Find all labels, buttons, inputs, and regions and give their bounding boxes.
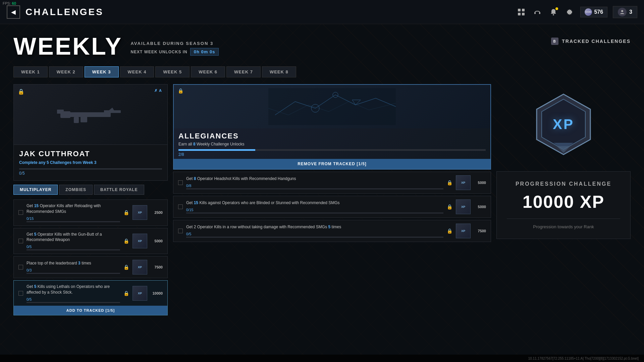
svg-point-6 (553, 14, 554, 15)
unlock-timer: NEXT WEEK UNLOCKS IN 0h 0m 0s (130, 48, 219, 56)
svg-rect-3 (522, 13, 525, 15)
xp-amount: 7500 (151, 265, 163, 269)
notification-dot (555, 7, 558, 10)
season-text: AVAILABLE DURING SEASON 3 (130, 41, 219, 46)
challenge-desc: Get 5 Kills using Lethals on Operators w… (26, 284, 120, 295)
xp-badge: XP (132, 286, 147, 301)
challenge-item: Get 2 Operator Kills in a row without ta… (173, 220, 491, 242)
allegiances-desc: Earn all 8 Weekly Challenge Unlocks (178, 142, 486, 146)
challenge-checkbox[interactable] (18, 265, 23, 269)
week-tabs: WEEK 1 WEEK 2 WEEK 3 WEEK 4 WEEK 5 WEEK … (13, 66, 631, 77)
challenge-text-area: Get 8 Operator Headshot Kills with Recom… (186, 176, 443, 189)
allegiances-info: ALLEGIANCES Earn all 8 Weekly Challenge … (174, 128, 490, 157)
challenge-lock-icon: 🔒 (123, 264, 129, 270)
gear-icon[interactable] (564, 7, 575, 17)
xp-amount: 7500 (474, 229, 486, 233)
xp-amount: 10000 (151, 291, 163, 295)
challenge-text-area: Get 5 Kills using Lethals on Operators w… (26, 284, 120, 303)
bell-icon[interactable] (548, 7, 559, 17)
cat-zombies[interactable]: ZOMBIES (59, 185, 93, 195)
challenge-checkbox[interactable] (18, 210, 23, 215)
grid-icon[interactable] (516, 7, 527, 17)
cod-points: COD 576 (580, 7, 607, 17)
xp-amount: 5000 (151, 239, 163, 243)
challenge-text-area: Place top of the leaderboard 3 times 0/3 (26, 260, 120, 274)
player-level-value: 3 (629, 9, 632, 15)
challenge-checkbox[interactable] (178, 204, 183, 209)
weapon-silhouette (54, 103, 127, 126)
add-to-tracked-button[interactable]: ADD TO TRACKED [1/5] (14, 306, 167, 315)
challenge-desc: Get 15 Operator Kills after Reloading wi… (26, 203, 120, 215)
challenge-lock-icon: 🔒 (123, 291, 129, 296)
back-button[interactable]: ◀ (7, 5, 20, 19)
challenge-item: Place top of the leaderboard 3 times 0/3… (13, 256, 168, 278)
prog-desc: Progression towards your Rank (507, 224, 620, 229)
timer-label: NEXT WEEK UNLOCKS IN (130, 50, 187, 54)
weekly-header: WEEKLY AVAILABLE DURING SEASON 3 NEXT WE… (13, 34, 631, 58)
challenge-progress-bar (26, 273, 120, 274)
challenge-lock-icon: 🔒 (447, 180, 452, 185)
challenge-checkbox[interactable] (18, 239, 23, 243)
allegiances-progress-text: 2/8 (178, 152, 486, 157)
progression-box: PROGRESSION CHALLENGE 10000 XP Progressi… (496, 171, 631, 239)
tab-week3[interactable]: WEEK 3 (85, 66, 119, 77)
cat-battle-royale[interactable]: BATTLE ROYALE (94, 185, 144, 195)
tab-week4[interactable]: WEEK 4 (120, 66, 154, 77)
challenge-progress-text: 0/15 (186, 208, 443, 212)
challenge-progress-text: 0/3 (26, 268, 120, 272)
challenge-text-area: Get 5 Operator Kills with the Gun-Butt o… (26, 232, 120, 251)
prog-divider (507, 219, 620, 219)
svg-rect-9 (64, 112, 111, 117)
tab-week1[interactable]: WEEK 1 (13, 66, 48, 77)
challenge-checkbox[interactable] (178, 180, 183, 185)
cod-points-icon: COD (585, 8, 592, 16)
challenge-progress-text: 0/5 (186, 232, 443, 236)
svg-rect-13 (74, 117, 79, 123)
challenge-item-highlighted: Get 5 Kills using Lethals on Operators w… (13, 280, 168, 315)
challenge-progress-bar (186, 237, 443, 238)
xp-badge: XP (132, 205, 147, 220)
xp-amount: 5000 (474, 181, 486, 185)
challenge-text-area: Get 2 Operator Kills in a row without ta… (186, 224, 443, 238)
challenge-lock-icon: 🔒 (123, 238, 129, 244)
allegiances-map-art (268, 88, 396, 125)
challenge-progress-text: 0/8 (186, 184, 443, 188)
challenge-item: Get 8 Operator Headshot Kills with Recom… (173, 172, 491, 194)
reward-progress-text: 0/5 (19, 171, 162, 176)
tab-week7[interactable]: WEEK 7 (226, 66, 261, 77)
remove-from-tracked-button[interactable]: REMOVE FROM TRACKED [1/5] (174, 159, 490, 169)
xp-badge: XP (132, 234, 147, 248)
svg-rect-4 (534, 12, 536, 14)
tab-week5[interactable]: WEEK 5 (155, 66, 190, 77)
tracked-challenges-button[interactable]: B TRACKED CHALLENGES (551, 34, 631, 45)
challenge-lock-icon: 🔒 (447, 204, 452, 209)
challenge-lock-icon: 🔒 (123, 210, 129, 215)
reward-lock-icon: 🔒 (18, 88, 24, 95)
bottom-status-bar: 10.11.17827567[72:255:11185+11:A] Tho[72… (0, 355, 644, 362)
challenge-progress-text: 0/5 (26, 245, 120, 249)
xp-badge: XP (456, 199, 471, 214)
tab-week6[interactable]: WEEK 6 (191, 66, 225, 77)
topbar: FPS: 60 ◀ CHALLENGES (0, 0, 644, 24)
challenge-item: Get 15 Operator Kills after Reloading wi… (13, 199, 168, 226)
challenge-checkbox[interactable] (178, 229, 183, 233)
allegiances-image: 🔒 (174, 85, 490, 128)
tab-week8[interactable]: WEEK 8 (262, 66, 296, 77)
allegiances-lock-icon: 🔒 (178, 88, 183, 94)
xp-amount: 2500 (151, 210, 163, 215)
svg-rect-2 (518, 13, 521, 15)
cat-multiplayer[interactable]: MULTIPLAYER (13, 185, 58, 195)
challenge-progress-text: 0/15 (26, 217, 120, 221)
xp-badge: XP (456, 175, 471, 190)
headphone-icon[interactable] (532, 7, 543, 17)
reward-name: JAK CUTTHROAT (19, 149, 162, 158)
svg-rect-11 (104, 110, 121, 113)
challenge-text-area: Get 15 Operator Kills after Reloading wi… (26, 203, 120, 222)
prog-xp: 10000 XP (507, 192, 620, 212)
challenge-list-left: Get 15 Operator Kills after Reloading wi… (13, 199, 168, 315)
weekly-meta: AVAILABLE DURING SEASON 3 NEXT WEEK UNLO… (130, 41, 219, 58)
challenge-checkbox[interactable] (18, 291, 23, 296)
tab-week2[interactable]: WEEK 2 (49, 66, 83, 77)
cod-points-value: 576 (594, 9, 603, 15)
player-avatar (618, 8, 627, 16)
